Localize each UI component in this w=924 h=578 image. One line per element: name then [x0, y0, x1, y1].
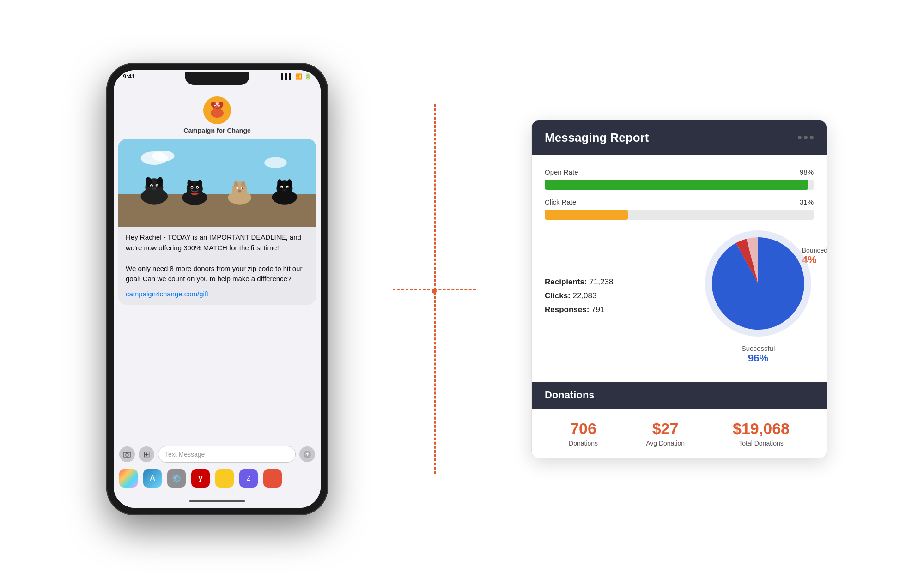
- successful-pct: 96%: [703, 352, 814, 364]
- open-rate-label: Open Rate: [545, 168, 578, 176]
- signal-icon: ▌▌▌: [281, 73, 293, 80]
- input-row: ⊞ Text Message: [119, 446, 315, 463]
- phone-notch: [185, 72, 249, 85]
- total-donations: $19,068: [733, 420, 790, 438]
- yelp-icon[interactable]: y: [191, 469, 210, 488]
- responses-value: 791: [591, 305, 604, 314]
- svg-point-12: [152, 151, 175, 161]
- avg-donation: $27: [646, 420, 685, 438]
- svg-point-22: [156, 185, 158, 187]
- total-donations-label: Total Donations: [733, 440, 790, 447]
- successful-label-area: Successful 96%: [703, 344, 814, 364]
- click-rate-bar-fill: [545, 210, 628, 220]
- total-donations-stat: $19,068 Total Donations: [733, 420, 790, 447]
- stats-list: Recipients: 71,238 Clicks: 22,083 Respon…: [545, 277, 613, 314]
- svg-point-9: [216, 108, 219, 109]
- text-placeholder: Text Message: [165, 451, 205, 458]
- donations-title: Donations: [545, 389, 595, 401]
- successful-label: Successful: [703, 344, 814, 352]
- open-rate-label-row: Open Rate 98%: [545, 168, 814, 176]
- responses-stat: Responses: 791: [545, 305, 613, 314]
- svg-point-48: [286, 187, 288, 188]
- open-rate-bar-bg: [545, 180, 814, 190]
- report-card: Messaging Report Open Rate 98%: [531, 120, 827, 458]
- click-rate-value: 31%: [800, 198, 814, 206]
- icon6[interactable]: Z: [239, 469, 258, 488]
- pie-chart-container: Bounced 4%: [703, 228, 814, 364]
- svg-point-49: [282, 189, 287, 192]
- click-rate-bar-bg: [545, 210, 814, 220]
- svg-point-47: [281, 187, 283, 188]
- report-title: Messaging Report: [545, 131, 649, 145]
- report-header: Messaging Report: [532, 120, 827, 155]
- donations-header: Donations: [532, 382, 827, 409]
- status-icons: ▌▌▌ 📶 🔋: [281, 73, 311, 80]
- message-link[interactable]: campaign4change.com/gift: [126, 289, 309, 300]
- phone-frame: 9:41 ▌▌▌ 📶 🔋: [106, 63, 328, 515]
- icon5[interactable]: [215, 469, 234, 488]
- svg-point-7: [215, 106, 216, 107]
- message-bubble: Hey Rachel - TODAY is an IMPORTANT DEADL…: [118, 139, 316, 305]
- svg-rect-52: [126, 452, 128, 453]
- responses-label: Responses:: [545, 305, 589, 314]
- avg-donation-stat: $27 Avg Donation: [646, 420, 685, 447]
- photos-icon[interactable]: [119, 469, 138, 488]
- donations-count-stat: 706 Donations: [569, 420, 598, 447]
- wifi-icon: 📶: [295, 73, 302, 80]
- svg-point-13: [264, 157, 287, 168]
- apps-button[interactable]: ⊞: [139, 446, 154, 462]
- icon7[interactable]: [263, 469, 282, 488]
- svg-point-8: [219, 106, 219, 107]
- clicks-value: 22,083: [572, 291, 596, 300]
- svg-point-51: [126, 453, 128, 456]
- home-bar: [189, 500, 245, 502]
- recipients-label: Recipients:: [545, 277, 587, 286]
- app-logo: [203, 96, 231, 124]
- home-indicator: [114, 494, 321, 508]
- svg-point-38: [236, 187, 237, 189]
- open-rate-bar-fill: [545, 180, 808, 190]
- app-name: Campaign for Change: [183, 127, 250, 134]
- app-dock: A ⚙️ y Z: [119, 467, 315, 489]
- stats-chart-row: Recipients: 71,238 Clicks: 22,083 Respon…: [545, 228, 814, 364]
- recipients-value: 71,238: [589, 277, 613, 286]
- clicks-stat: Clicks: 22,083: [545, 291, 613, 301]
- svg-point-30: [191, 187, 193, 188]
- report-menu-dots[interactable]: [798, 136, 814, 139]
- svg-point-21: [151, 185, 152, 187]
- app-header: Campaign for Change: [114, 80, 321, 139]
- dot1: [798, 136, 802, 139]
- connector-left-branch: [393, 289, 434, 290]
- phone-wrapper: 9:41 ▌▌▌ 📶 🔋: [97, 47, 337, 531]
- click-rate-label-row: Click Rate 31%: [545, 198, 814, 206]
- donations-count: 706: [569, 420, 598, 438]
- open-rate-value: 98%: [800, 168, 814, 176]
- svg-point-40: [238, 190, 242, 193]
- camera-button[interactable]: [119, 446, 135, 462]
- send-button[interactable]: [299, 446, 315, 462]
- svg-point-31: [197, 187, 198, 188]
- pie-svg: [703, 228, 814, 339]
- messages-area: Hey Rachel - TODAY is an IMPORTANT DEADL…: [114, 139, 321, 441]
- svg-point-23: [152, 187, 157, 190]
- report-body: Open Rate 98% Click Rate 31%: [532, 155, 827, 382]
- phone-screen: 9:41 ▌▌▌ 📶 🔋: [114, 70, 321, 508]
- appstore-icon[interactable]: A: [143, 469, 162, 488]
- click-rate-label: Click Rate: [545, 198, 576, 206]
- clicks-label: Clicks:: [545, 291, 571, 300]
- message-text: Hey Rachel - TODAY is an IMPORTANT DEADL…: [118, 227, 316, 305]
- donations-body: 706 Donations $27 Avg Donation $19,068 T…: [532, 409, 827, 458]
- svg-point-39: [242, 187, 243, 189]
- connector-right-branch: [434, 289, 476, 290]
- open-rate-row: Open Rate 98%: [545, 168, 814, 190]
- text-input[interactable]: Text Message: [158, 446, 296, 463]
- recipients-stat: Recipients: 71,238: [545, 277, 613, 287]
- scene: 9:41 ▌▌▌ 📶 🔋: [0, 0, 924, 578]
- battery-icon: 🔋: [304, 73, 311, 80]
- input-area: ⊞ Text Message: [114, 441, 321, 494]
- message-image: [118, 139, 316, 227]
- click-rate-row: Click Rate 31%: [545, 198, 814, 220]
- settings-icon[interactable]: ⚙️: [167, 469, 186, 488]
- connector-area: [393, 104, 476, 474]
- pie-svg-wrapper: Successful 96%: [703, 228, 814, 364]
